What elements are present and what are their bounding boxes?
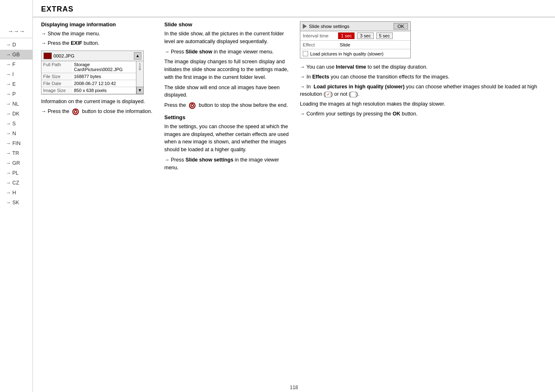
filename-text: 0002.JPG: [53, 53, 74, 58]
slideshow-intro: In the slide show, all the pictures in t…: [164, 30, 292, 46]
scroll-bar: 18 ▼: [136, 61, 143, 94]
right-column: Slide show settings OK Interval time 1 s…: [296, 21, 551, 376]
sidebar-item-s[interactable]: → S: [0, 119, 32, 129]
tip-confirm: → Confirm your settings by pressing the …: [300, 110, 551, 118]
sidebar-item-e[interactable]: → E: [0, 79, 32, 89]
checkbox-row: Load pictures in high quality (slower): [300, 49, 410, 58]
interval-label: Interval time: [303, 33, 336, 38]
high-quality-checkbox[interactable]: [303, 51, 308, 56]
slideshow-settings-header: Slide show settings OK: [300, 22, 410, 31]
sidebar-item-tr[interactable]: → TR: [0, 148, 32, 158]
checked-icon: ✓: [325, 92, 331, 97]
image-size-row: Image Size 850 x 638 pixels: [41, 87, 136, 94]
sidebar-item-p[interactable]: → P: [0, 89, 32, 99]
sidebar-item-pl[interactable]: → PL: [0, 168, 32, 178]
time-5sec-button[interactable]: 5 sec: [376, 32, 393, 39]
tip-interval: → You can use Interval time to set the d…: [300, 63, 551, 71]
sidebar-item-dk[interactable]: → DK: [0, 109, 32, 119]
slideshow-settings-label: Slide show settings: [309, 24, 349, 29]
image-info-box: 0002.JPG ▲ Full Path Storage Card\Pictur…: [41, 51, 144, 95]
sidebar-item-nl[interactable]: → NL: [0, 99, 32, 109]
file-size-row: File Size 168877 bytes: [41, 73, 136, 80]
load-quality-bold: Load pictures in high quality (slower): [313, 84, 405, 90]
slideshow-step2: → Press Slide show settings in the image…: [164, 156, 292, 172]
full-path-label: Full Path: [41, 61, 72, 73]
high-quality-label: Load pictures in high quality (slower): [310, 51, 384, 56]
info-displayed-text: Information on the current image is disp…: [41, 98, 156, 106]
tip-effects: → In Effects you can choose the transiti…: [300, 73, 551, 81]
image-thumbnail-icon: [44, 53, 52, 59]
interval-row: Interval time 1 sec 3 sec 5 sec: [300, 31, 410, 41]
page-wrapper: →→→ → D → GB → F → I → E → P → NL → DK →…: [0, 0, 555, 392]
exif-bold: EXIF: [71, 40, 82, 46]
svg-point-2: [75, 111, 76, 113]
slide-show-bold: Slide show: [185, 49, 212, 55]
image-size-value: 850 x 638 pixels: [72, 87, 136, 94]
sidebar-item-sk[interactable]: → SK: [0, 198, 32, 208]
unchecked-icon: [350, 92, 356, 97]
sidebar-item-f[interactable]: → F: [0, 60, 32, 69]
image-info-body: Full Path Storage Card\Pictures\0002.JPG…: [41, 61, 143, 94]
scroll-down-button[interactable]: ▼: [136, 87, 144, 94]
slideshow-settings-box: Slide show settings OK Interval time 1 s…: [300, 21, 411, 58]
slideshow-header-left: Slide show settings: [303, 24, 349, 29]
time-3sec-button[interactable]: 3 sec: [357, 32, 373, 39]
effect-row: Effect Slide: [300, 41, 410, 49]
effects-bold: Effects: [312, 74, 329, 80]
content-columns: Displaying image information → Show the …: [33, 17, 555, 380]
full-path-row: Full Path Storage Card\Pictures\0002.JPG: [41, 61, 136, 73]
display-change-text: The image display changes to full screen…: [164, 58, 292, 81]
close-button-icon: [71, 108, 80, 115]
image-info-header: 0002.JPG ▲: [41, 51, 143, 61]
left-column: Displaying image information → Show the …: [41, 21, 156, 376]
slideshow-title: Slide show: [164, 21, 292, 28]
sidebar-arrows: →→→: [8, 28, 25, 35]
sidebar-item-cz[interactable]: → CZ: [0, 178, 32, 188]
effect-value: Slide: [338, 42, 352, 48]
sidebar-item-n[interactable]: → N: [0, 129, 32, 138]
image-size-label: Image Size: [41, 87, 72, 94]
page-number: 118: [33, 380, 555, 392]
fraction-indicator: 18: [139, 61, 141, 73]
stop-button-icon: [188, 102, 196, 109]
scroll-up-button[interactable]: ▲: [134, 52, 141, 60]
sidebar-item-h[interactable]: → H: [0, 188, 32, 198]
middle-column: Slide show In the slide show, all the pi…: [160, 21, 292, 376]
file-date-label: File Date: [41, 80, 72, 87]
svg-rect-3: [74, 109, 77, 111]
time-1sec-button[interactable]: 1 sec: [338, 32, 355, 39]
end-text: The slide show will end once all images …: [164, 84, 292, 99]
play-icon: [303, 24, 307, 29]
sidebar-item-gb[interactable]: → GB: [0, 50, 32, 60]
image-filename: 0002.JPG: [44, 53, 74, 59]
sidebar-top-section: →→→: [0, 25, 32, 38]
slideshow-step1: → Press Slide show in the image viewer m…: [164, 48, 292, 56]
settings-title: Settings: [164, 114, 292, 120]
file-date-value: 2008-06-27 12:10:42: [72, 80, 136, 87]
ok-bold: OK: [393, 111, 401, 117]
svg-rect-7: [191, 103, 193, 104]
sidebar: →→→ → D → GB → F → I → E → P → NL → DK →…: [0, 0, 33, 392]
sidebar-item-fin[interactable]: → FIN: [0, 138, 32, 148]
sidebar-item-d[interactable]: → D: [0, 40, 32, 50]
ok-button[interactable]: OK: [394, 23, 408, 30]
effect-label: Effect: [303, 42, 336, 47]
step-press-exif: → Press the EXIF button.: [41, 39, 156, 47]
interval-bold: Interval time: [336, 64, 366, 70]
tip-load-quality: → In Load pictures in high quality (slow…: [300, 83, 551, 99]
svg-point-6: [191, 105, 193, 106]
stop-text: Press the button to stop the show before…: [164, 101, 292, 109]
slideshow-settings-bold: Slide show settings: [185, 157, 233, 163]
page-header: EXTRAS: [33, 0, 555, 17]
settings-body: In the settings, you can choose the spee…: [164, 123, 292, 154]
left-section-title: Displaying image information: [41, 21, 156, 28]
main-content: EXTRAS Displaying image information → Sh…: [33, 0, 555, 392]
step-close-info: → Press the button to close the informat…: [41, 108, 156, 115]
sidebar-item-i[interactable]: → I: [0, 69, 32, 79]
sidebar-item-gr[interactable]: → GR: [0, 158, 32, 168]
full-path-value: Storage Card\Pictures\0002.JPG: [72, 61, 136, 73]
loading-slower-text: Loading the images at high resolution ma…: [300, 100, 551, 108]
file-date-row: File Date 2008-06-27 12:10:42: [41, 80, 136, 87]
file-size-value: 168877 bytes: [72, 73, 136, 80]
step-show-menu: → Show the image menu.: [41, 30, 156, 38]
